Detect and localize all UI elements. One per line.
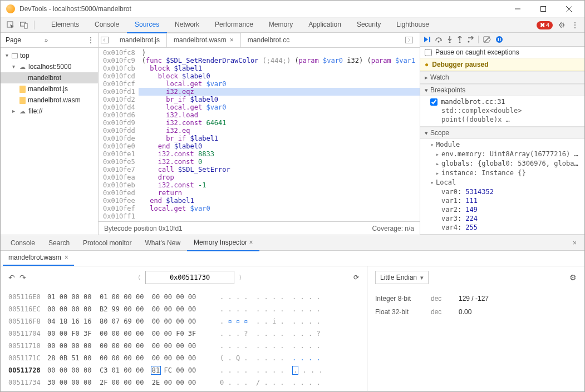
scope-local[interactable]: ▾Local bbox=[430, 178, 580, 187]
scope-module[interactable]: ▾Module bbox=[430, 140, 580, 150]
breakpoint-checkbox[interactable] bbox=[430, 98, 437, 106]
navigator-menu-icon[interactable]: ⋮ bbox=[87, 36, 95, 44]
scope-globals[interactable]: ▸globals: {global0: 5306976, global1: 65… bbox=[430, 159, 580, 168]
tab-memory[interactable]: Memory bbox=[261, 17, 301, 33]
tab-network[interactable]: Network bbox=[167, 17, 207, 33]
resume-icon[interactable] bbox=[424, 36, 430, 43]
svg-rect-6 bbox=[24, 23, 27, 28]
code-text[interactable]: )(func $SDL_SetRenderDrawColor (;444;) (… bbox=[139, 48, 420, 221]
tab-console[interactable]: Console bbox=[87, 17, 127, 33]
breakpoint-row[interactable]: mandelbrot.cc:31 bbox=[430, 97, 580, 106]
tree-top-frame[interactable]: ▾top bbox=[1, 50, 98, 61]
file-tree: ▾top ▾☁localhost:5000 mandelbrot mandelb… bbox=[1, 48, 98, 119]
memory-tab-wasm[interactable]: mandelbrot.wasm× bbox=[3, 251, 74, 266]
file-icon bbox=[19, 86, 26, 93]
navigator-header: Page » ⋮ bbox=[1, 33, 98, 48]
close-icon[interactable]: × bbox=[65, 250, 68, 265]
main-tabs: Elements Console Sources Network Perform… bbox=[43, 17, 537, 33]
refresh-icon[interactable]: ⟳ bbox=[353, 274, 359, 281]
more-menu-icon[interactable]: ⋮ bbox=[571, 21, 579, 29]
code-area[interactable]: 0x010fc80x010fc90x010fcb0x010fcd0x010fcf… bbox=[99, 48, 420, 221]
undo-icon[interactable]: ↶ bbox=[8, 273, 15, 282]
history-forward-icon[interactable] bbox=[405, 37, 417, 43]
svg-point-14 bbox=[459, 42, 461, 43]
breakpoint-code-line: std::complex<double> point((double)x … bbox=[430, 106, 580, 124]
bytecode-position: Bytecode position 0x10fd1 bbox=[104, 225, 183, 232]
scope-local-var[interactable]: var2: 149 bbox=[430, 205, 580, 214]
close-button[interactable] bbox=[561, 3, 577, 14]
minimize-button[interactable] bbox=[510, 3, 525, 14]
memory-address-input[interactable] bbox=[145, 271, 234, 284]
tree-file-scheme[interactable]: ▸☁file:// bbox=[1, 106, 98, 117]
interpret-row-i8: Integer 8-bit dec 129 / -127 bbox=[375, 292, 577, 305]
navigator-more-icon[interactable]: » bbox=[45, 37, 48, 43]
divider bbox=[478, 36, 479, 43]
scope-instance[interactable]: ▸instance: Instance {} bbox=[430, 168, 580, 178]
tab-security[interactable]: Security bbox=[349, 17, 389, 33]
source-view: mandelbrot.js mandelbrot.wasm× mandelbro… bbox=[99, 33, 420, 235]
tree-item-wasm[interactable]: mandelbrot.wasm bbox=[1, 95, 98, 106]
endian-select[interactable]: Little Endian▾ bbox=[375, 271, 429, 284]
file-tab-wasm[interactable]: mandelbrot.wasm× bbox=[166, 33, 241, 47]
next-page-icon[interactable]: 〉 bbox=[239, 274, 245, 282]
tab-sources[interactable]: Sources bbox=[127, 17, 167, 33]
tab-performance[interactable]: Performance bbox=[207, 17, 261, 33]
drawer-tab-protocol[interactable]: Protocol monitor bbox=[76, 235, 138, 251]
scope-header[interactable]: ▾Scope bbox=[420, 127, 584, 139]
drawer-tab-console[interactable]: Console bbox=[4, 235, 42, 251]
navigator-panel: Page » ⋮ ▾top ▾☁localhost:5000 mandelbro… bbox=[1, 33, 99, 235]
interpret-values: Integer 8-bit dec 129 / -127 Float 32-bi… bbox=[367, 289, 584, 322]
memory-hex-panel: ↶ ↷ 〈 〉 ⟳ 005116E001 00 00 00 01 00 00 0… bbox=[1, 266, 367, 391]
hex-grid[interactable]: 005116E001 00 00 00 01 00 00 00 00 00 00… bbox=[1, 289, 367, 391]
drawer-close-icon[interactable]: × bbox=[568, 239, 581, 247]
step-into-icon[interactable] bbox=[447, 36, 453, 43]
drawer-tab-whatsnew[interactable]: What's New bbox=[138, 235, 187, 251]
svg-point-15 bbox=[468, 41, 470, 43]
device-toggle-icon[interactable] bbox=[17, 21, 31, 29]
interpret-settings-icon[interactable]: ⚙ bbox=[569, 273, 577, 282]
section-scope: ▾Scope ▾Module ▸env.memory: Uint8Array(1… bbox=[420, 127, 584, 235]
svg-point-12 bbox=[449, 42, 451, 43]
breakpoints-header[interactable]: ▾Breakpoints bbox=[420, 84, 584, 96]
step-over-icon[interactable] bbox=[435, 36, 443, 43]
redo-icon[interactable]: ↷ bbox=[19, 273, 26, 282]
file-icon bbox=[19, 97, 26, 104]
scope-local-var[interactable]: var3: 224 bbox=[430, 214, 580, 223]
navigator-title[interactable]: Page bbox=[4, 36, 45, 44]
tab-lighthouse[interactable]: Lighthouse bbox=[389, 17, 437, 33]
error-count-badge[interactable]: ✖4 bbox=[537, 21, 553, 29]
file-tab-cc[interactable]: mandelbrot.cc bbox=[241, 33, 296, 47]
chevron-down-icon: ▾ bbox=[420, 274, 424, 281]
scope-local-var[interactable]: var1: 111 bbox=[430, 196, 580, 205]
drawer-tab-search[interactable]: Search bbox=[42, 235, 76, 251]
window-buttons bbox=[510, 3, 580, 14]
inspect-icon[interactable] bbox=[4, 21, 17, 29]
deactivate-breakpoints-icon[interactable] bbox=[483, 36, 491, 43]
tab-elements[interactable]: Elements bbox=[43, 17, 87, 33]
svg-point-10 bbox=[438, 41, 440, 43]
watch-header[interactable]: ▸Watch bbox=[420, 71, 584, 83]
history-back-icon[interactable] bbox=[101, 37, 113, 43]
coverage-status: Coverage: n/a bbox=[372, 225, 414, 232]
main-tab-right: ✖4 ⚙ ⋮ bbox=[537, 21, 584, 29]
settings-gear-icon[interactable]: ⚙ bbox=[558, 21, 566, 29]
file-tab-js[interactable]: mandelbrot.js bbox=[113, 33, 166, 47]
maximize-button[interactable] bbox=[535, 3, 551, 14]
step-out-icon[interactable] bbox=[457, 36, 463, 43]
tab-application[interactable]: Application bbox=[301, 17, 349, 33]
pause-exceptions-icon[interactable] bbox=[495, 36, 503, 43]
step-icon[interactable] bbox=[467, 36, 474, 43]
prev-page-icon[interactable]: 〈 bbox=[135, 274, 141, 282]
close-icon[interactable]: × bbox=[249, 239, 253, 246]
tree-host[interactable]: ▾☁localhost:5000 bbox=[1, 61, 98, 72]
pause-caught-checkbox[interactable] bbox=[425, 49, 432, 56]
scope-env-memory[interactable]: ▸env.memory: Uint8Array(16777216) [101, … bbox=[430, 150, 580, 159]
close-icon[interactable]: × bbox=[230, 33, 234, 47]
tree-item-js[interactable]: mandelbrot.js bbox=[1, 83, 98, 95]
scope-local-var[interactable]: var0: 5314352 bbox=[430, 187, 580, 196]
scope-body: ▾Module ▸env.memory: Uint8Array(16777216… bbox=[420, 139, 584, 234]
drawer-tab-memory-inspector[interactable]: Memory Inspector × bbox=[187, 235, 259, 251]
scope-local-var[interactable]: var4: 255 bbox=[430, 223, 580, 232]
svg-rect-9 bbox=[429, 37, 430, 42]
tree-item-mandelbrot[interactable]: mandelbrot bbox=[1, 72, 98, 83]
